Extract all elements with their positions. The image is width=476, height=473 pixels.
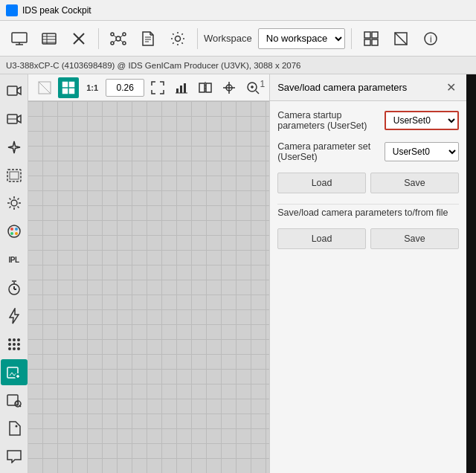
stream-button[interactable]	[1, 77, 28, 104]
tag-button[interactable]	[1, 415, 28, 442]
load-save-row-1: Load Save	[277, 173, 459, 193]
svg-rect-81	[184, 83, 186, 93]
svg-rect-80	[180, 86, 182, 93]
svg-point-13	[111, 42, 114, 45]
svg-rect-0	[12, 33, 27, 42]
camera-bar: U3-388xCP-C (4103698489) @ IDS GenICam P…	[0, 57, 476, 74]
svg-line-30	[395, 33, 407, 45]
fullscreen-button[interactable]	[147, 77, 168, 98]
timer-button[interactable]	[1, 274, 28, 301]
svg-point-38	[11, 200, 17, 206]
panel-content: Camera startup parameters (UserSet) User…	[270, 101, 466, 258]
startup-param-label: Camera startup parameters (UserSet)	[277, 110, 379, 131]
fit-view-button[interactable]	[34, 77, 55, 98]
svg-rect-76	[69, 82, 74, 87]
workspace-label: Workspace	[204, 33, 252, 44]
load-button-1[interactable]: Load	[277, 173, 366, 193]
camera-info: U3-388xCP-C (4103698489) @ IDS GenICam P…	[6, 61, 300, 70]
startup-param-select[interactable]: UserSet0 UserSet1 Default	[385, 111, 459, 130]
pattern-button[interactable]	[1, 331, 28, 358]
crosshair-button[interactable]	[219, 77, 239, 98]
svg-point-61	[13, 343, 16, 346]
ipl-button[interactable]: IPL	[1, 246, 28, 273]
zoom-input[interactable]	[106, 79, 144, 97]
svg-point-65	[17, 347, 20, 350]
color-button[interactable]	[1, 218, 28, 245]
grid-view-button[interactable]	[358, 25, 385, 52]
svg-rect-68	[7, 395, 18, 405]
save-button-2[interactable]: Save	[370, 228, 459, 249]
svg-rect-28	[372, 39, 378, 45]
svg-rect-26	[372, 32, 378, 38]
svg-rect-37	[10, 172, 19, 179]
viewer-toolbar: 1:1 1	[28, 74, 269, 101]
svg-line-43	[9, 199, 10, 200]
toolbar: Workspace No workspace i	[0, 21, 476, 57]
app-title: IDS peak Cockpit	[22, 5, 91, 16]
svg-rect-75	[62, 82, 68, 87]
svg-point-50	[10, 232, 13, 235]
svg-line-74	[39, 82, 51, 94]
brightness-button[interactable]	[1, 190, 28, 216]
settings-button[interactable]	[164, 25, 191, 52]
pixel-view-button[interactable]	[58, 77, 79, 98]
camera-save-button[interactable]	[1, 359, 28, 386]
svg-point-57	[8, 338, 11, 341]
svg-rect-84	[206, 83, 211, 92]
svg-rect-25	[364, 32, 370, 38]
document-button[interactable]	[135, 25, 161, 52]
svg-point-49	[15, 228, 18, 231]
histogram-button[interactable]	[171, 77, 192, 98]
svg-line-17	[114, 40, 116, 42]
svg-rect-33	[7, 86, 17, 95]
single-frame-button[interactable]	[1, 106, 28, 132]
workspace-select[interactable]: No workspace	[258, 28, 345, 49]
load-save-row-2: Load Save	[277, 228, 459, 249]
black-strip	[466, 74, 476, 473]
network-button[interactable]	[105, 25, 132, 52]
app-icon	[6, 4, 18, 16]
svg-point-47	[8, 225, 20, 237]
svg-point-60	[8, 343, 11, 346]
svg-rect-78	[69, 89, 74, 94]
load-button-2[interactable]: Load	[277, 228, 366, 249]
main-area: IPL	[0, 74, 476, 473]
save-button-1[interactable]: Save	[370, 173, 459, 193]
svg-point-48	[10, 228, 13, 231]
image-edit-button[interactable]	[1, 162, 28, 189]
ai-button[interactable]	[1, 134, 28, 161]
panel-header: Save/load camera parameters ✕	[270, 74, 466, 101]
svg-line-44	[17, 207, 19, 208]
svg-point-24	[176, 36, 181, 41]
panel-title: Save/load camera parameters	[277, 82, 407, 93]
svg-text:i: i	[430, 34, 432, 45]
param-set-select[interactable]: UserSet0 UserSet1 Default	[385, 142, 459, 161]
camera-search-button[interactable]	[1, 387, 28, 414]
svg-line-46	[9, 207, 10, 208]
list-button[interactable]	[36, 25, 62, 52]
svg-rect-27	[364, 39, 370, 45]
screen-button[interactable]	[6, 25, 33, 52]
left-sidebar: IPL	[0, 74, 28, 473]
info-button[interactable]: i	[417, 25, 444, 52]
message-button[interactable]	[1, 443, 28, 470]
svg-point-10	[116, 36, 120, 41]
separator-3	[351, 28, 352, 49]
file-section-label: Save/load camera parameters to/from file	[277, 204, 459, 218]
svg-point-64	[13, 347, 16, 350]
canvas-area	[28, 101, 269, 473]
separator-1	[98, 28, 99, 49]
compare-button[interactable]	[195, 77, 216, 98]
svg-line-18	[120, 40, 123, 42]
title-bar: IDS peak Cockpit	[0, 0, 476, 21]
flash-button[interactable]	[1, 303, 28, 329]
param-set-row: Camera parameter set (UserSet) UserSet0 …	[277, 141, 459, 162]
one-to-one-button[interactable]: 1:1	[82, 77, 103, 98]
right-panel: Save/load camera parameters ✕ Camera sta…	[269, 74, 466, 473]
svg-rect-79	[176, 89, 178, 93]
svg-point-63	[8, 347, 11, 350]
panel-close-button[interactable]: ✕	[444, 80, 459, 95]
stop-button[interactable]	[387, 25, 414, 52]
svg-rect-83	[199, 83, 205, 92]
close-button[interactable]	[65, 25, 92, 52]
